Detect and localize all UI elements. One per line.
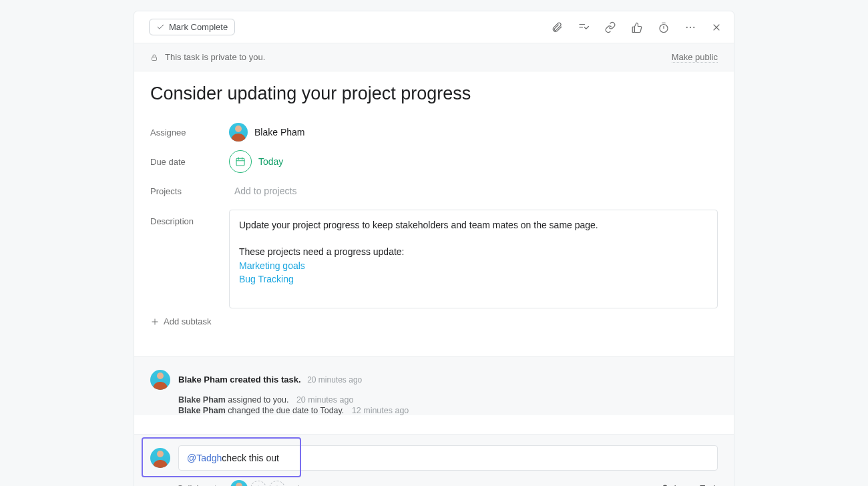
empty-collaborator-slot[interactable] [250,481,266,487]
activity-event-1-actor: Blake Pham [178,406,226,415]
activity-created-text: created this task. [230,375,300,385]
like-icon[interactable] [631,21,643,33]
comment-mention: @Tadgh [187,453,222,463]
subtask-icon[interactable] [578,21,590,33]
description-line2: These projects need a progress update: [239,245,708,258]
activity-event-0-actor: Blake Pham [178,395,226,405]
due-date-text: Today [258,156,283,167]
assignee-label: Assignee [150,128,229,138]
mark-complete-label: Mark Complete [169,22,228,32]
activity-avatar [150,370,170,390]
svg-point-3 [693,26,694,27]
comment-avatar [150,448,170,468]
close-icon[interactable] [711,22,722,33]
check-icon [156,23,165,31]
plus-icon [150,317,160,326]
description-label: Description [150,210,229,226]
projects-row: Projects Add to projects [150,176,718,206]
toolbar: Mark Complete [134,11,734,43]
link-icon[interactable] [604,21,616,33]
add-to-projects-button[interactable]: Add to projects [234,186,296,196]
description-row: Description Update your project progress… [150,210,718,308]
assignee-row: Assignee Blake Pham [150,117,718,147]
bell-icon [660,484,670,487]
task-title[interactable]: Consider updating your project progress [150,83,718,104]
due-date-row: Due date Today [150,147,718,176]
comment-input[interactable]: @Tadgh check this out [178,445,718,471]
activity-created-time: 20 minutes ago [307,375,362,385]
assignee-value[interactable]: Blake Pham [229,123,304,142]
footer: Collaborators Leave Task [134,471,734,487]
description-link-1[interactable]: Marketing goals [239,260,305,271]
privacy-message: This task is private to you. [165,52,265,62]
activity-section: Blake Pham created this task. 20 minutes… [134,356,734,415]
make-public-link[interactable]: Make public [672,52,718,63]
timer-icon[interactable] [658,21,670,33]
add-collaborator-button[interactable] [292,482,305,487]
projects-label: Projects [150,186,229,196]
svg-rect-7 [236,158,244,166]
empty-collaborator-slot[interactable] [269,481,285,487]
calendar-icon [229,150,252,173]
collaborator-avatar[interactable] [230,480,248,487]
description-link-2[interactable]: Bug Tracking [239,274,294,284]
activity-event-0-text: assigned to you. [228,395,288,405]
description-line1: Update your project progress to keep sta… [239,218,708,232]
activity-event-1-time: 12 minutes ago [352,406,409,415]
activity-event-0-time: 20 minutes ago [296,395,353,405]
task-detail-panel: Mark Complete [134,11,734,486]
comment-area: @Tadgh check this out [134,434,734,471]
add-subtask-button[interactable]: Add subtask [150,316,212,326]
svg-point-2 [690,26,691,27]
mark-complete-button[interactable]: Mark Complete [149,19,235,35]
lock-icon [150,53,158,61]
svg-rect-6 [152,57,157,60]
attachment-icon[interactable] [551,21,563,33]
comment-text: check this out [222,453,279,463]
leave-task-label: Leave Task [674,483,718,486]
due-date-label: Due date [150,157,229,167]
collaborators-group [230,480,305,487]
activity-event-1-text: changed the due date to Today. [228,406,344,415]
assignee-avatar [229,123,248,142]
assignee-name: Blake Pham [254,127,304,138]
collaborators-label: Collaborators [177,483,229,486]
more-icon[interactable] [684,21,696,33]
privacy-bar: This task is private to you. Make public [134,43,734,71]
due-date-value[interactable]: Today [229,150,283,173]
svg-point-1 [686,26,688,27]
leave-task-button[interactable]: Leave Task [660,483,718,486]
activity-created-actor: Blake Pham [178,375,228,385]
description-input[interactable]: Update your project progress to keep sta… [229,210,718,308]
add-subtask-label: Add subtask [164,316,212,326]
